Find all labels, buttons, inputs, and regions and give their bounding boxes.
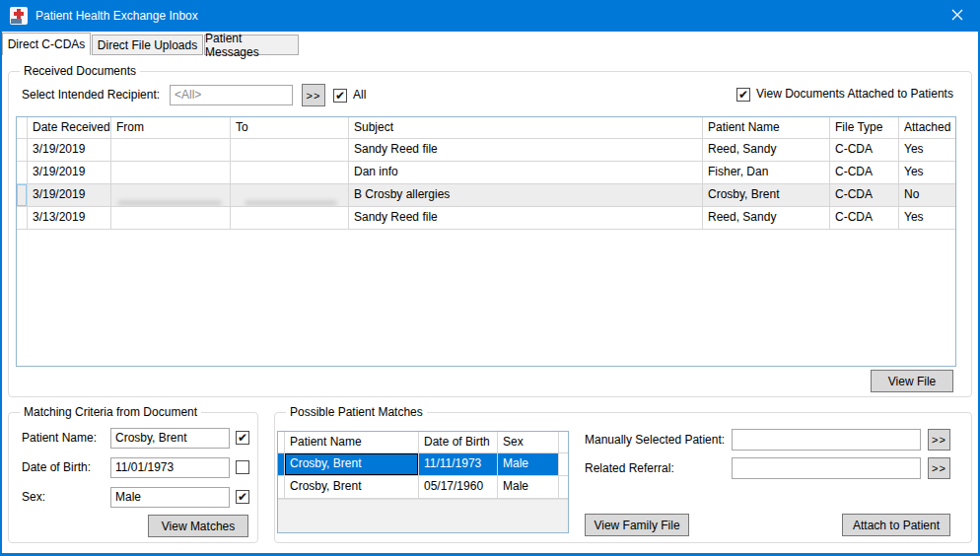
possible-matches-table: Patient Name Date of Birth Sex Crosby, B… bbox=[277, 431, 569, 533]
view-attached-checkbox[interactable]: ✔ bbox=[736, 88, 750, 102]
row-selector-cell[interactable] bbox=[17, 139, 28, 162]
all-checkbox-label: All bbox=[353, 88, 366, 103]
matching-criteria-group-label: Matching Criteria from Document bbox=[20, 405, 201, 419]
manually-selected-patient-lookup-button[interactable]: >> bbox=[928, 429, 950, 451]
table-cell[interactable]: Crosby, Brent bbox=[285, 476, 419, 499]
row-selector-cell[interactable] bbox=[278, 476, 285, 499]
table-cell[interactable]: Sandy Reed file bbox=[349, 207, 703, 230]
related-referral-lookup-button[interactable]: >> bbox=[928, 457, 950, 479]
table-cell[interactable]: C-CDA bbox=[830, 162, 899, 184]
header-filler-cell bbox=[559, 432, 568, 453]
table-cell[interactable]: Dan info bbox=[349, 162, 703, 184]
received-documents-group-label: Received Documents bbox=[20, 64, 140, 78]
filler-cell bbox=[559, 476, 568, 499]
column-header[interactable]: Attached bbox=[899, 117, 955, 139]
view-matches-button[interactable]: View Matches bbox=[148, 515, 248, 537]
redacted-smudge bbox=[245, 200, 337, 206]
table-scrollbar-area[interactable] bbox=[278, 499, 568, 532]
column-header[interactable]: To bbox=[231, 117, 349, 139]
table-cell[interactable]: Yes bbox=[899, 207, 955, 230]
sex-checkbox[interactable]: ✔ bbox=[236, 490, 249, 504]
table-cell[interactable] bbox=[111, 162, 231, 184]
header-selector-cell bbox=[17, 117, 28, 139]
close-button[interactable] bbox=[935, 0, 980, 32]
table-cell[interactable]: Sandy Reed file bbox=[349, 139, 703, 162]
table-cell[interactable]: 3/19/2019 bbox=[28, 162, 111, 184]
table-cell[interactable]: 11/11/1973 bbox=[419, 453, 498, 476]
table-cell[interactable]: C-CDA bbox=[830, 184, 899, 207]
related-referral-input[interactable] bbox=[732, 457, 921, 479]
table-cell[interactable]: C-CDA bbox=[830, 207, 899, 230]
manually-selected-patient-label: Manually Selected Patient: bbox=[585, 433, 725, 448]
patient-health-exchange-window: Patient Health Exchange Inbox Direct C-C… bbox=[0, 0, 980, 556]
patient-name-field[interactable]: Crosby, Brent bbox=[110, 428, 230, 449]
tab-label: Patient Messages bbox=[205, 32, 298, 59]
table-cell[interactable] bbox=[111, 207, 231, 230]
received-documents-table: Date Received From To Subject Patient Na… bbox=[16, 116, 956, 367]
table-cell[interactable]: Crosby, Brent bbox=[285, 453, 419, 476]
table-cell[interactable] bbox=[231, 162, 349, 184]
column-header[interactable]: Subject bbox=[349, 117, 703, 139]
table-cell[interactable]: Yes bbox=[899, 139, 955, 162]
table-cell[interactable]: No bbox=[899, 184, 955, 207]
column-header[interactable]: Date Received bbox=[28, 117, 111, 139]
date-of-birth-field[interactable]: 11/01/1973 bbox=[110, 457, 230, 478]
tab-label: Direct File Uploads bbox=[98, 38, 197, 52]
redacted-smudge bbox=[117, 200, 222, 206]
table-cell[interactable]: Yes bbox=[899, 162, 955, 184]
view-attached-label: View Documents Attached to Patients bbox=[756, 87, 953, 102]
table-cell[interactable]: 3/13/2019 bbox=[28, 207, 111, 230]
all-checkbox[interactable]: ✔ bbox=[333, 89, 347, 103]
table-cell[interactable]: Reed, Sandy bbox=[703, 139, 830, 162]
tab-direct-file-uploads[interactable]: Direct File Uploads bbox=[92, 35, 203, 55]
table-cell[interactable] bbox=[231, 207, 349, 230]
table-cell[interactable] bbox=[111, 139, 231, 162]
column-header[interactable]: Sex bbox=[498, 432, 559, 453]
table-cell[interactable]: 3/19/2019 bbox=[28, 184, 111, 207]
table-empty-area bbox=[17, 230, 955, 366]
manually-selected-patient-input[interactable] bbox=[732, 429, 921, 451]
column-header[interactable]: Patient Name bbox=[703, 117, 830, 139]
table-cell[interactable]: Male bbox=[498, 453, 559, 476]
column-header[interactable]: From bbox=[111, 117, 231, 139]
attach-to-patient-button[interactable]: Attach to Patient bbox=[842, 514, 950, 536]
column-header[interactable]: File Type bbox=[830, 117, 899, 139]
tab-direct-c-cdas[interactable]: Direct C-CDAs bbox=[2, 33, 91, 55]
date-of-birth-label: Date of Birth: bbox=[22, 460, 91, 475]
table-cell[interactable] bbox=[231, 184, 349, 207]
table-cell[interactable]: C-CDA bbox=[830, 139, 899, 162]
view-family-file-button[interactable]: View Family File bbox=[585, 514, 689, 536]
table-cell[interactable]: Fisher, Dan bbox=[703, 162, 830, 184]
row-selector-cell[interactable] bbox=[17, 162, 28, 184]
table-cell[interactable]: Reed, Sandy bbox=[703, 207, 830, 230]
table-cell[interactable] bbox=[111, 184, 231, 207]
close-icon bbox=[951, 9, 963, 24]
table-cell[interactable]: 05/17/1960 bbox=[419, 476, 498, 499]
patient-name-checkbox[interactable]: ✔ bbox=[236, 431, 249, 445]
titlebar: Patient Health Exchange Inbox bbox=[0, 0, 980, 32]
header-selector-cell bbox=[278, 432, 285, 453]
filler-cell bbox=[559, 453, 568, 476]
patient-name-label: Patient Name: bbox=[22, 431, 97, 446]
date-of-birth-checkbox[interactable] bbox=[236, 460, 249, 474]
recipient-label: Select Intended Recipient: bbox=[22, 88, 160, 103]
sex-field[interactable]: Male bbox=[110, 487, 230, 508]
recipient-lookup-button[interactable]: >> bbox=[302, 84, 325, 106]
table-cell[interactable]: Male bbox=[498, 476, 559, 499]
row-selector-cell[interactable] bbox=[17, 207, 28, 230]
sex-label: Sex: bbox=[22, 490, 45, 505]
table-cell[interactable] bbox=[231, 139, 349, 162]
column-header[interactable]: Date of Birth bbox=[419, 432, 498, 453]
tab-patient-messages[interactable]: Patient Messages bbox=[204, 35, 299, 55]
recipient-input[interactable]: <All> bbox=[170, 85, 293, 105]
tab-label: Direct C-CDAs bbox=[8, 37, 86, 51]
possible-matches-group-label: Possible Patient Matches bbox=[286, 405, 427, 419]
table-cell[interactable]: B Crosby allergies bbox=[349, 184, 703, 207]
column-header[interactable]: Patient Name bbox=[285, 432, 419, 453]
row-selector-cell-selected[interactable] bbox=[17, 184, 28, 207]
row-selector-cell-selected[interactable] bbox=[278, 453, 285, 476]
app-icon bbox=[10, 7, 28, 25]
table-cell[interactable]: Crosby, Brent bbox=[703, 184, 830, 207]
table-cell[interactable]: 3/19/2019 bbox=[28, 139, 111, 162]
view-file-button[interactable]: View File bbox=[871, 370, 953, 392]
